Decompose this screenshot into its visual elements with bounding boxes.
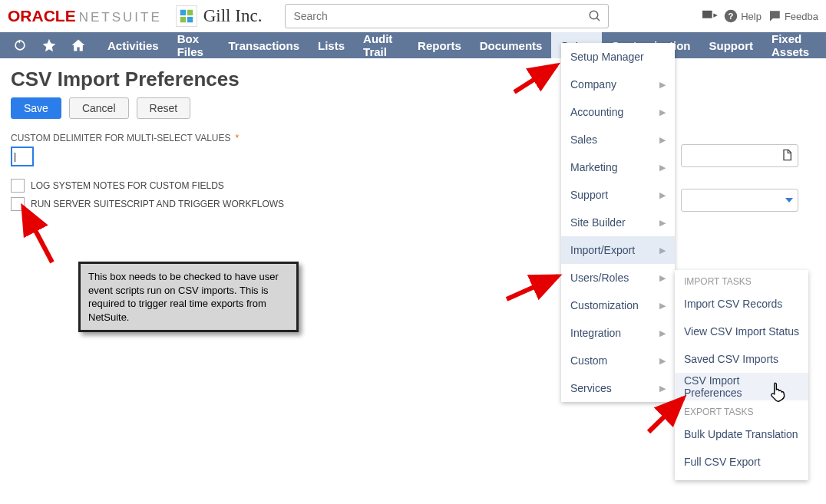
delimiter-input[interactable] [11,147,34,166]
setup-dropdown: Setup ManagerCompany▶Accounting▶Sales▶Ma… [561,43,675,223]
chevron-right-icon: ▶ [659,190,666,200]
search-icon[interactable] [588,9,602,23]
setup-menu-site-builder[interactable]: Site Builder▶ [561,209,675,223]
nav-documents[interactable]: Documents [471,32,552,58]
save-button[interactable]: Save [11,97,61,119]
netsuite-logo: NETSUITE [79,10,162,25]
company-icon [176,5,197,27]
document-icon [781,149,793,163]
svg-line-10 [514,65,557,92]
main-navbar: ActivitiesBox FilesTransactionsListsAudi… [0,32,826,58]
svg-line-5 [597,18,600,21]
search-box[interactable] [285,4,609,28]
setup-menu-sales[interactable]: Sales▶ [561,126,675,153]
svg-point-4 [590,11,599,19]
chevron-right-icon: ▶ [659,163,666,173]
nav-fixed-assets[interactable]: Fixed Assets [762,32,826,58]
svg-rect-0 [180,10,185,15]
nav-lists[interactable]: Lists [309,32,354,58]
help-label: Help [741,11,762,22]
svg-rect-1 [187,10,193,15]
feedback-link[interactable]: Feedba [768,9,818,23]
search-input[interactable] [292,9,588,23]
home-icon[interactable] [71,38,86,53]
svg-line-11 [23,207,52,223]
role-switcher[interactable] [701,9,718,23]
side-input-1[interactable] [681,144,798,167]
cancel-button[interactable]: Cancel [69,97,129,119]
nav-transactions[interactable]: Transactions [219,32,309,58]
annotation-arrow [15,201,58,223]
setup-menu-setup-manager[interactable]: Setup Manager [561,43,675,71]
annotation-arrow [510,61,564,96]
side-select-1[interactable] [681,189,798,212]
nav-reports[interactable]: Reports [408,32,471,58]
history-icon[interactable] [12,38,28,53]
chevron-right-icon: ▶ [659,80,666,90]
oracle-logo: ORACLE [8,7,76,25]
svg-rect-6 [702,11,712,18]
checkbox1-label: LOG SYSTEM NOTES FOR CUSTOM FIELDS [31,180,224,191]
page-title: CSV Import Preferences [11,68,815,91]
feedback-label: Feedba [785,11,818,22]
checkbox-log-system-notes[interactable] [11,179,25,193]
nav-audit-trail[interactable]: Audit Trail [354,32,408,58]
star-icon[interactable] [41,38,57,53]
setup-menu-accounting[interactable]: Accounting▶ [561,98,675,126]
nav-support[interactable]: Support [699,32,762,58]
nav-box-files[interactable]: Box Files [168,32,220,58]
reset-button[interactable]: Reset [137,97,191,119]
company-name: Gill Inc. [203,6,263,26]
setup-menu-marketing[interactable]: Marketing▶ [561,153,675,181]
svg-text:?: ? [729,12,734,21]
chevron-right-icon: ▶ [659,107,666,117]
svg-marker-7 [714,13,718,17]
chevron-right-icon: ▶ [659,218,666,224]
svg-rect-2 [180,17,185,22]
caret-down-icon [785,198,793,203]
checkbox2-label: RUN SERVER SUITESCRIPT AND TRIGGER WORKF… [31,199,284,209]
company-block[interactable]: Gill Inc. [176,5,263,27]
setup-menu-company[interactable]: Company▶ [561,71,675,98]
chevron-right-icon: ▶ [659,135,666,145]
svg-rect-3 [187,17,193,22]
setup-menu-support[interactable]: Support▶ [561,181,675,209]
delimiter-label: CUSTOM DELIMITER FOR MULTI-SELECT VALUES… [11,133,815,143]
help-link[interactable]: ? Help [724,9,762,23]
nav-activities[interactable]: Activities [98,32,168,58]
brand-logo: ORACLE NETSUITE [8,7,162,25]
